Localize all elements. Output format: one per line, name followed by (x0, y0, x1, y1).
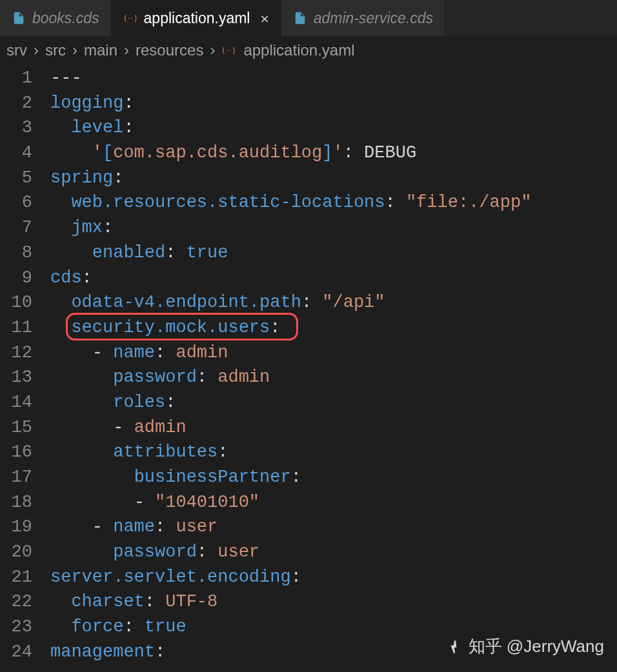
code-line[interactable]: logging: (50, 91, 617, 116)
code-line[interactable]: level: (50, 115, 617, 141)
code-line[interactable]: attributes: (50, 440, 617, 465)
tab-label: admin-service.cds (314, 10, 433, 27)
breadcrumb-segment[interactable]: srv (6, 41, 27, 59)
code-line[interactable]: charset: UTF-8 (50, 589, 617, 615)
code-token (50, 617, 71, 637)
line-number: 7 (0, 215, 32, 241)
svg-text:·: · (229, 45, 231, 55)
line-number: 10 (0, 290, 32, 315)
code-token: : (385, 193, 406, 212)
code-token: : (291, 568, 301, 587)
code-token: - (113, 418, 134, 437)
code-token: attributes (113, 442, 217, 462)
chevron-right-icon: › (72, 41, 77, 59)
tab-label: application.yaml (144, 10, 250, 27)
tab-application-yaml[interactable]: {··}application.yaml✕ (112, 0, 281, 36)
code-token: "file:./app" (406, 193, 531, 212)
line-number: 16 (0, 440, 32, 465)
code-token: charset (71, 592, 144, 611)
code-line[interactable]: enabled: true (50, 241, 617, 266)
file-icon (12, 11, 26, 25)
code-token: server.servlet.encoding (50, 568, 291, 587)
code-token: management (50, 642, 155, 662)
code-token (50, 243, 92, 262)
code-token: name (113, 517, 155, 537)
code-token: spring (50, 168, 113, 188)
code-token: security.mock.users (71, 318, 270, 337)
code-line[interactable]: odata-v4.endpoint.path: "/api" (50, 290, 617, 315)
code-token: "10401010" (155, 493, 259, 512)
code-token (50, 442, 113, 462)
code-token: : (123, 118, 134, 137)
code-area[interactable]: ---logging: level: '[com.sap.cds.auditlo… (50, 66, 617, 665)
code-token: user (176, 517, 217, 537)
code-line[interactable]: cds: (50, 266, 617, 291)
code-token: admin (217, 368, 270, 387)
code-token: name (113, 343, 155, 362)
code-token: businessPartner (134, 468, 291, 487)
code-line[interactable]: - admin (50, 415, 617, 440)
line-number: 11 (0, 315, 32, 341)
code-token: roles (113, 393, 165, 412)
yaml-icon: {··} (123, 12, 137, 24)
code-token (50, 493, 134, 512)
code-line[interactable]: spring: (50, 166, 617, 191)
code-token (50, 318, 71, 337)
tab-label: books.cds (32, 10, 99, 27)
code-token (50, 542, 113, 562)
code-line[interactable]: - name: user (50, 515, 617, 540)
code-line[interactable]: '[com.sap.cds.auditlog]': DEBUG (50, 141, 617, 166)
code-token: [ (103, 143, 113, 163)
code-token (50, 193, 71, 212)
close-icon[interactable]: ✕ (256, 10, 268, 26)
watermark: 知乎 @JerryWang (447, 635, 604, 658)
code-line[interactable]: - "10401010" (50, 490, 617, 515)
code-token: password (113, 368, 197, 387)
code-line[interactable]: password: admin (50, 365, 617, 390)
code-line[interactable]: password: user (50, 540, 617, 565)
code-token: level (71, 118, 123, 137)
code-token: ' (332, 143, 343, 163)
breadcrumb-segment[interactable]: resources (136, 41, 203, 59)
line-number: 1 (0, 66, 32, 91)
breadcrumb[interactable]: srv›src›main›resources›{··}application.y… (0, 36, 617, 66)
line-number: 14 (0, 390, 32, 415)
code-token: : (217, 442, 228, 462)
line-number: 13 (0, 365, 32, 390)
code-line[interactable]: web.resources.static-locations: "file:./… (50, 190, 617, 215)
chevron-right-icon: › (124, 41, 129, 59)
code-token: ] (322, 143, 332, 163)
code-editor[interactable]: 123456789101112131415161718192021222324 … (0, 66, 617, 665)
code-token: jmx (71, 218, 103, 237)
code-token (50, 517, 92, 537)
yaml-icon: {··} (221, 44, 236, 56)
line-number: 12 (0, 341, 32, 366)
code-line[interactable]: --- (50, 66, 617, 91)
code-token: password (113, 542, 197, 562)
breadcrumb-segment[interactable]: application.yaml (243, 41, 354, 59)
code-token: user (217, 542, 259, 562)
line-number: 22 (0, 589, 32, 615)
code-line[interactable]: roles: (50, 390, 617, 415)
code-line[interactable]: server.servlet.encoding: (50, 565, 617, 590)
code-token: web.resources.static-locations (71, 193, 385, 212)
line-number: 18 (0, 490, 32, 515)
code-token: UTF-8 (165, 592, 217, 611)
line-number: 15 (0, 415, 32, 440)
code-token: "/api" (322, 293, 385, 312)
code-token (50, 368, 113, 387)
line-number: 24 (0, 640, 32, 665)
code-line[interactable]: businessPartner: (50, 465, 617, 490)
line-number: 6 (0, 190, 32, 215)
code-line[interactable]: security.mock.users: (50, 315, 617, 341)
code-token (50, 118, 71, 137)
code-token: : (82, 268, 92, 288)
breadcrumb-segment[interactable]: main (84, 41, 117, 59)
code-line[interactable]: - name: admin (50, 341, 617, 366)
code-token: : (165, 243, 186, 262)
breadcrumb-segment[interactable]: src (45, 41, 66, 59)
code-token (50, 592, 71, 611)
tab-admin-service-cds[interactable]: admin-service.cds (281, 0, 445, 36)
tab-books-cds[interactable]: books.cds (0, 0, 112, 36)
code-line[interactable]: jmx: (50, 215, 617, 241)
